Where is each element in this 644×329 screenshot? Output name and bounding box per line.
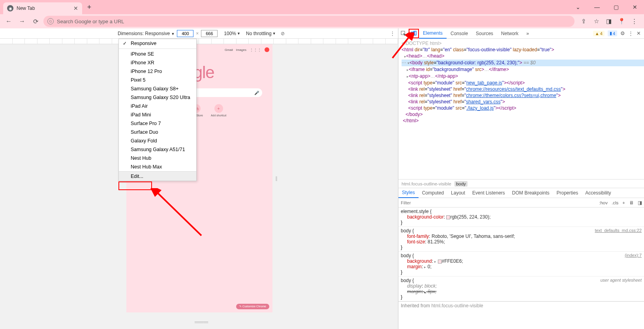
subtab-computed[interactable]: Computed (419, 188, 447, 198)
device-option[interactable]: Galaxy Fold (119, 136, 196, 145)
breadcrumb[interactable]: html.focus-outline-visible body (398, 179, 644, 188)
device-option[interactable]: iPad Air (119, 102, 196, 110)
device-emulation-pane: Dimensions: Responsive ▼ × 100% ▼ No thr… (0, 28, 398, 329)
device-option[interactable]: iPad Mini (119, 110, 196, 119)
chrome-favicon: ◉ (7, 5, 13, 11)
settings-icon[interactable]: ⚙ (620, 30, 625, 36)
device-toolbar-toggle-icon[interactable] (409, 29, 419, 38)
new-tab-button[interactable]: + (84, 2, 95, 13)
subtab-styles[interactable]: Styles (398, 188, 419, 198)
rotate-icon[interactable]: ⊘ (281, 31, 285, 36)
resize-handle-vertical[interactable]: ‖ (275, 44, 278, 312)
tab-sources[interactable]: Sources (472, 28, 497, 39)
address-bar[interactable]: G Search Google or type a URL (43, 16, 575, 27)
more-icon[interactable]: ⋮ (628, 30, 633, 36)
dimension-separator: × (196, 31, 199, 36)
subtab-event-listeners[interactable]: Event Listeners (469, 188, 509, 198)
devtools-tabs: Elements Console Sources Network » ▲4 ▮4… (398, 28, 644, 39)
close-devtools-icon[interactable]: ✕ (636, 30, 641, 36)
issues-badge[interactable]: ▮4 (608, 30, 617, 36)
throttling-dropdown[interactable]: No throttling ▼ (246, 31, 276, 36)
device-option[interactable]: Nest Hub Max (119, 163, 196, 171)
ruler (0, 39, 398, 44)
chevron-down-icon[interactable]: ⌄ (572, 4, 584, 10)
device-option[interactable]: iPhone XR (119, 58, 196, 67)
device-option[interactable]: Samsung Galaxy S20 Ultra (119, 93, 196, 102)
profile-icon[interactable]: 📍 (617, 17, 626, 26)
avatar-icon[interactable] (265, 47, 269, 52)
address-placeholder: Search Google or type a URL (57, 19, 124, 24)
styles-tabs: Styles Computed Layout Event Listeners D… (398, 188, 644, 198)
device-option[interactable]: Pixel 5 (119, 76, 196, 84)
resize-handle-horizontal[interactable]: ═══ (190, 319, 213, 326)
maximize-icon[interactable]: ▢ (610, 4, 622, 10)
subtab-dom-breakpoints[interactable]: DOM Breakpoints (509, 188, 553, 198)
menu-icon[interactable]: ⋮ (630, 17, 638, 26)
minimize-icon[interactable]: — (591, 4, 603, 10)
close-icon[interactable]: ✕ (629, 4, 641, 10)
customize-chrome-button[interactable]: ✎ Customize Chrome (236, 304, 269, 309)
subtab-layout[interactable]: Layout (447, 188, 469, 198)
dimensions-dropdown[interactable]: Dimensions: Responsive ▼ (118, 31, 175, 36)
device-option[interactable]: Samsung Galaxy S8+ (119, 84, 196, 93)
inherited-from-row: Inherited from html.focus-outline-visibl… (398, 301, 644, 310)
forward-button[interactable]: → (17, 16, 28, 27)
cls-toggle[interactable]: .cls (610, 200, 620, 205)
device-toolbar: Dimensions: Responsive ▼ × 100% ▼ No thr… (0, 28, 398, 39)
subtab-properties[interactable]: Properties (553, 188, 582, 198)
inspect-element-icon[interactable] (398, 29, 409, 38)
device-option[interactable]: Nest Hub (119, 154, 196, 163)
panel-toggle-icon[interactable]: ◨ (636, 200, 644, 206)
toolbar: ← → ⟳ G Search Google or type a URL ⇪ ☆ … (0, 14, 644, 28)
tab-close-icon[interactable]: ✕ (73, 5, 78, 11)
warnings-badge[interactable]: ▲4 (593, 31, 605, 36)
device-option-edit[interactable]: Edit... (119, 171, 196, 181)
styles-filter-row: :hov .cls + 🖥 ◨ (398, 198, 644, 207)
titlebar: ◉ New Tab ✕ + ⌄ — ▢ ✕ (0, 0, 644, 14)
sidepanel-icon[interactable]: ◨ (605, 17, 613, 26)
shortcut-add[interactable]: +Add shortcut (211, 104, 226, 117)
dom-tree[interactable]: <!DOCTYPE html> <html dir="ltr" lang="en… (398, 39, 644, 179)
search-icon: G (47, 18, 54, 24)
width-input[interactable] (177, 30, 193, 37)
device-option[interactable]: iPhone 12 Pro (119, 67, 196, 76)
zoom-dropdown[interactable]: 100% ▼ (224, 31, 240, 36)
device-menu: Responsive iPhone SE iPhone XR iPhone 12… (118, 39, 197, 181)
device-option[interactable]: Surface Pro 7 (119, 119, 196, 128)
mic-icon[interactable]: 🎤 (254, 91, 259, 95)
window-controls: ⌄ — ▢ ✕ (572, 4, 641, 10)
device-option[interactable]: iPhone SE (119, 50, 196, 58)
apps-icon[interactable]: ⋮⋮⋮ (250, 48, 261, 52)
browser-tab[interactable]: ◉ New Tab ✕ (3, 2, 82, 14)
devtools-panel: Elements Console Sources Network » ▲4 ▮4… (398, 28, 644, 329)
tab-more-icon[interactable]: » (522, 28, 533, 39)
back-button[interactable]: ← (3, 16, 14, 27)
device-option-responsive[interactable]: Responsive (119, 39, 196, 48)
device-option[interactable]: Samsung Galaxy A51/71 (119, 145, 196, 154)
bookmark-icon[interactable]: ☆ (592, 17, 601, 26)
height-input[interactable] (201, 30, 218, 37)
styles-filter-input[interactable] (398, 198, 597, 207)
device-icon[interactable]: 🖥 (627, 200, 636, 205)
styles-pane[interactable]: element.style { background-color: rgb(25… (398, 207, 644, 329)
subtab-accessibility[interactable]: Accessibility (582, 188, 614, 198)
images-link[interactable]: Images (236, 48, 246, 52)
tab-network[interactable]: Network (497, 28, 522, 39)
tab-console[interactable]: Console (447, 28, 472, 39)
device-option[interactable]: Surface Duo (119, 128, 196, 136)
reload-button[interactable]: ⟳ (30, 16, 41, 27)
device-toolbar-more-icon[interactable]: ⋮ (390, 31, 395, 36)
tab-title: New Tab (17, 6, 35, 11)
svg-rect-2 (411, 32, 415, 35)
tab-elements[interactable]: Elements (419, 28, 447, 39)
gmail-link[interactable]: Gmail (225, 48, 233, 52)
hov-toggle[interactable]: :hov (597, 200, 610, 205)
share-icon[interactable]: ⇪ (579, 17, 588, 26)
new-rule-icon[interactable]: + (620, 200, 627, 205)
